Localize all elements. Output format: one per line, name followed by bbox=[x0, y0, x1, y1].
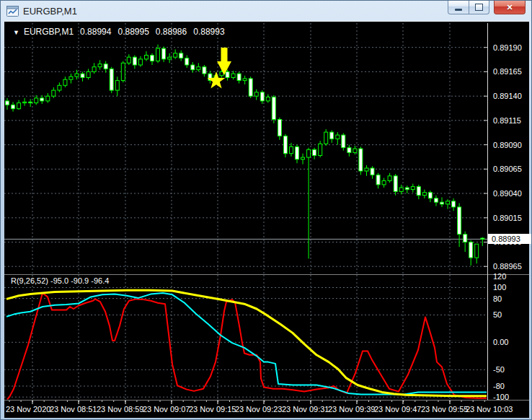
candle-body bbox=[191, 65, 195, 70]
candle-body bbox=[35, 98, 38, 103]
indicator-panel[interactable] bbox=[4, 275, 487, 400]
candle-body bbox=[272, 97, 275, 120]
candle-body bbox=[197, 67, 200, 70]
title-bar[interactable]: EURGBP,M1 ✕ bbox=[1, 1, 531, 21]
candle-body bbox=[121, 63, 125, 80]
candle-body bbox=[481, 238, 484, 239]
candle-body bbox=[58, 85, 61, 90]
minimize-icon bbox=[455, 9, 462, 11]
candle-body bbox=[394, 176, 397, 192]
time-axis-label: 23 Nov 10:03 bbox=[466, 405, 513, 414]
close-button[interactable]: ✕ bbox=[494, 1, 526, 14]
candle-body bbox=[475, 244, 479, 258]
candle-body bbox=[307, 149, 311, 157]
header-high: 0.88995 bbox=[118, 27, 148, 37]
candle-body bbox=[156, 48, 160, 61]
candle-body bbox=[98, 64, 102, 67]
panel-separator-bottom[interactable] bbox=[4, 400, 529, 401]
candle-body bbox=[23, 102, 27, 102]
indicator-axis-label: 50 bbox=[493, 310, 502, 319]
time-axis-label: 23 Nov 09:55 bbox=[421, 405, 468, 414]
app-window: EURGBP,M1 ✕ ▼EURGBP,M10.889940.889950.88… bbox=[0, 0, 532, 420]
price-axis-line bbox=[487, 23, 488, 400]
indicator-axis-label: 100 bbox=[493, 283, 506, 292]
candle-body bbox=[237, 74, 241, 80]
candle-body bbox=[469, 242, 473, 258]
candle-body bbox=[371, 168, 374, 175]
candle-body bbox=[226, 71, 229, 77]
price-axis-label: 0.89015 bbox=[493, 214, 522, 222]
minimize-button[interactable] bbox=[448, 1, 469, 14]
maximize-button[interactable] bbox=[469, 1, 489, 14]
price-axis-label: 0.89190 bbox=[493, 43, 522, 52]
candle-body bbox=[254, 92, 258, 96]
price-axis-label: 0.88965 bbox=[493, 262, 522, 271]
candle-body bbox=[446, 201, 450, 204]
candle-body bbox=[428, 193, 432, 198]
candle-body bbox=[174, 53, 177, 57]
candle-body bbox=[249, 79, 252, 96]
price-axis-label: 0.89090 bbox=[493, 141, 522, 149]
candle-body bbox=[145, 56, 148, 59]
candle-body bbox=[422, 193, 426, 196]
chevron-down-icon[interactable]: ▼ bbox=[13, 29, 19, 36]
header-close: 0.88993 bbox=[193, 27, 224, 37]
indicator-axis-label: -80 bbox=[493, 382, 505, 390]
candle-body bbox=[336, 135, 340, 139]
indicator-axis-label: -100 bbox=[493, 393, 509, 401]
candle-body bbox=[133, 57, 136, 65]
candle-body bbox=[399, 188, 403, 191]
time-axis-label: 23 Nov 08:59 bbox=[97, 405, 143, 414]
price-axis-label: 0.89140 bbox=[493, 92, 522, 100]
candle-body bbox=[301, 157, 305, 159]
indicator-axis-label: -50 bbox=[493, 365, 505, 374]
candle-body bbox=[382, 181, 386, 185]
indicator-axis-label: 0.00 bbox=[493, 338, 508, 346]
app-icon bbox=[6, 6, 19, 17]
down-arrow-icon bbox=[217, 48, 231, 75]
time-axis-label: 23 Nov 09:39 bbox=[328, 405, 375, 414]
candle-body bbox=[63, 79, 67, 85]
candle-body bbox=[330, 132, 334, 139]
candle-body bbox=[185, 58, 189, 65]
header-low: 0.88986 bbox=[156, 27, 187, 37]
indicator-axis-label: 120 bbox=[493, 272, 506, 281]
candle-body bbox=[458, 207, 461, 235]
time-axis-label: 23 Nov 08:51 bbox=[50, 405, 97, 414]
candle-body bbox=[231, 74, 235, 77]
candle-body bbox=[365, 168, 368, 171]
candle-body bbox=[52, 90, 56, 96]
candle-body bbox=[151, 56, 154, 61]
candle-body bbox=[243, 79, 247, 81]
candle-body bbox=[29, 102, 32, 102]
panel-separator[interactable] bbox=[4, 274, 529, 275]
current-price-tag: 0.88993 bbox=[488, 234, 531, 244]
candle-body bbox=[138, 59, 142, 65]
price-chart-panel[interactable] bbox=[4, 23, 487, 274]
header-symbol: EURGBP,M1 bbox=[24, 27, 74, 37]
chart-client-area: ▼EURGBP,M10.889940.889950.889860.88993 R… bbox=[4, 21, 529, 418]
candle-body bbox=[296, 146, 299, 159]
indicator-axis-label: 80 bbox=[493, 294, 502, 303]
candle-body bbox=[353, 149, 357, 152]
candle-body bbox=[6, 101, 9, 105]
time-axis-label: 23 Nov 09:47 bbox=[374, 405, 421, 414]
time-axis-label: 23 Nov 09:07 bbox=[143, 405, 190, 414]
candle-body bbox=[40, 98, 44, 101]
candle-body bbox=[179, 53, 183, 58]
candle-body bbox=[452, 201, 456, 207]
candle-body bbox=[290, 146, 293, 153]
candle-body bbox=[464, 235, 467, 242]
candle-body bbox=[162, 48, 166, 59]
time-axis-label: 23 Nov 09:15 bbox=[189, 405, 236, 414]
candle-body bbox=[278, 120, 281, 136]
candle-body bbox=[81, 74, 84, 77]
candle-body bbox=[359, 149, 363, 171]
candle-body bbox=[92, 67, 96, 72]
maximize-icon bbox=[475, 4, 483, 11]
candle-body bbox=[342, 135, 345, 148]
candle-body bbox=[46, 96, 50, 101]
candle-body bbox=[115, 81, 119, 91]
candle-body bbox=[87, 71, 90, 77]
candle-body bbox=[17, 103, 21, 109]
